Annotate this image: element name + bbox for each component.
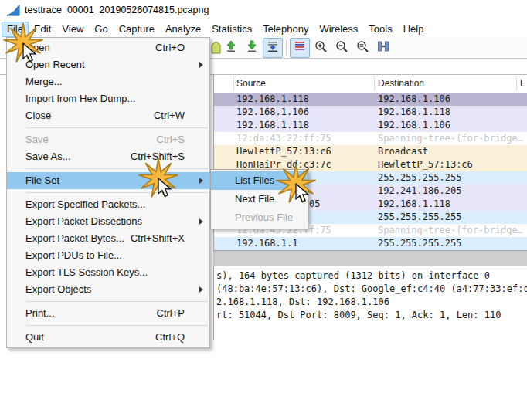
pane-splitter[interactable]	[213, 250, 527, 266]
detail-line[interactable]: 2.168.1.118, Dst: 192.168.1.106	[214, 296, 527, 309]
packet-source: 12:da:43:22:ff:75	[236, 132, 332, 145]
file-menu-item-file-set[interactable]: File Set	[7, 172, 209, 189]
file-menu-item-open[interactable]: OpenCtrl+O	[7, 39, 209, 56]
menu-item-label: Print...	[26, 307, 55, 319]
packet-destination: Spanning-tree-(for-bridge…	[378, 132, 523, 145]
column-separator[interactable]	[516, 76, 517, 91]
window-title: testtrace_00001_20190526074815.pcapng	[25, 5, 209, 15]
menu-item-label: Export Objects	[26, 283, 91, 295]
column-header-source[interactable]: Source	[236, 78, 266, 89]
menu-separator	[26, 192, 208, 193]
packet-destination: Spanning-tree-(for-bridge…	[378, 224, 523, 237]
menubar-item-file[interactable]: File	[2, 22, 29, 37]
packet-row[interactable]: 192.168.1.1255.255.255.255	[214, 237, 527, 250]
menu-item-label: Export TLS Session Keys...	[26, 266, 148, 278]
file-menu-item-close[interactable]: CloseCtrl+W	[7, 107, 209, 124]
menubar-item-tools[interactable]: Tools	[363, 22, 397, 37]
detail-line[interactable]: (48:ba:4e:57:13:c6), Dst: Google_ef:c4:4…	[214, 283, 527, 296]
clipped-toolbar-icon[interactable]	[211, 40, 222, 56]
menu-item-label: Export Packet Bytes...	[26, 232, 124, 244]
submenu-item-list-files[interactable]: List Files	[211, 171, 308, 190]
menu-separator	[26, 325, 208, 326]
packet-row[interactable]: 192.168.1.106192.168.1.118	[214, 106, 527, 119]
packet-row[interactable]: 12:da:43:22:ff:75Spanning-tree-(for-brid…	[214, 132, 527, 145]
menu-item-label: Open	[26, 42, 50, 53]
menubar-item-help[interactable]: Help	[398, 22, 430, 37]
packet-row[interactable]: 192.168.1.118192.168.1.106	[214, 119, 527, 132]
colorize-packets-button[interactable]	[290, 38, 310, 58]
menubar-item-capture[interactable]: Capture	[114, 22, 160, 37]
file-menu-item-open-recent[interactable]: Open Recent	[7, 56, 209, 73]
file-menu-item-import-from-hex-dump[interactable]: Import from Hex Dump...	[7, 90, 209, 107]
column-header-destination[interactable]: Destination	[378, 78, 424, 89]
zoom-out-button[interactable]	[332, 38, 352, 58]
menu-separator	[26, 301, 208, 302]
go-first-packet-button[interactable]	[221, 38, 241, 58]
column-header-length[interactable]: L	[520, 78, 525, 89]
menubar-item-wireless[interactable]: Wireless	[314, 22, 363, 37]
menu-item-label: Save As...	[26, 151, 71, 162]
resize-columns-icon	[377, 40, 389, 56]
submenu-arrow-icon	[199, 286, 203, 293]
menu-item-label: Export Specified Packets...	[26, 198, 145, 210]
submenu-item-next-file[interactable]: Next File	[211, 190, 308, 208]
zoom-reset-icon	[356, 40, 369, 56]
packet-destination: 192.168.1.118	[378, 198, 450, 211]
file-menu-popup: OpenCtrl+OOpen RecentMerge...Import from…	[6, 37, 210, 348]
packet-row[interactable]: 192.168.1.118192.168.1.106	[214, 93, 527, 106]
packet-source: 192.168.1.1	[236, 237, 298, 250]
packet-destination: Broadcast	[378, 145, 428, 158]
submenu-arrow-icon	[199, 178, 203, 184]
colorize-icon	[294, 40, 306, 56]
menu-item-label: Import from Hex Dump...	[26, 93, 135, 104]
menubar-item-edit[interactable]: Edit	[29, 22, 56, 37]
zoom-100-button[interactable]	[352, 38, 372, 58]
autoscroll-icon	[267, 40, 279, 56]
packet-list-header: Source Destination L	[214, 75, 527, 93]
arrow-down-bar-icon	[246, 40, 258, 56]
detail-line[interactable]: rt: 51044, Dst Port: 8009, Seq: 1, Ack: …	[214, 309, 527, 322]
resize-columns-button[interactable]	[373, 38, 393, 58]
menubar-item-analyze[interactable]: Analyze	[160, 22, 206, 37]
menubar-item-go[interactable]: Go	[89, 22, 113, 37]
menu-item-label: Close	[26, 110, 51, 121]
toolbar-buttons	[221, 39, 393, 57]
menu-item-label: Export PDUs to File...	[26, 249, 122, 261]
menubar-item-statistics[interactable]: Statistics	[206, 22, 257, 37]
file-menu-item-export-tls-session-keys[interactable]: Export TLS Session Keys...	[7, 264, 209, 281]
menu-item-label: Quit	[26, 331, 44, 343]
packet-destination: HewlettP_57:13:c6	[378, 158, 473, 171]
wireshark-window: testtrace_00001_20190526074815.pcapng Fi…	[0, 0, 527, 420]
menubar-item-view[interactable]: View	[56, 22, 89, 37]
file-menu-item-export-pdus-to-file[interactable]: Export PDUs to File...	[7, 247, 209, 264]
packet-destination: 255.255.255.255	[378, 211, 461, 224]
packet-destination: 255.255.255.255	[378, 171, 461, 185]
file-menu-item-merge[interactable]: Merge...	[7, 73, 209, 90]
column-separator[interactable]	[233, 76, 234, 91]
file-menu-item-export-objects[interactable]: Export Objects	[7, 281, 209, 298]
menu-bar: FileEditViewGoCaptureAnalyzeStatisticsTe…	[0, 22, 527, 37]
file-menu-item-quit[interactable]: QuitCtrl+Q	[7, 329, 209, 346]
packet-source: 192.168.1.118	[236, 119, 309, 132]
menubar-item-telephony[interactable]: Telephony	[257, 22, 314, 37]
menu-item-shortcut: Ctrl+O	[155, 39, 185, 56]
detail-line[interactable]: s), 164 bytes captured (1312 bits) on in…	[214, 269, 527, 283]
go-last-packet-button[interactable]	[242, 38, 262, 58]
column-separator[interactable]	[374, 76, 375, 91]
file-set-submenu-popup: List FilesNext FilePrevious File	[210, 169, 308, 229]
menu-item-shortcut: Ctrl+Q	[155, 329, 185, 346]
menu-item-label: Open Recent	[26, 59, 85, 70]
zoom-in-icon	[314, 40, 328, 56]
menu-item-label: Save	[26, 134, 49, 145]
auto-scroll-live-button[interactable]	[263, 38, 283, 58]
file-menu-item-print[interactable]: Print...Ctrl+P	[7, 305, 209, 322]
packet-destination: 192.168.1.106	[378, 119, 450, 132]
packet-row[interactable]: HewlettP_57:13:c6Broadcast	[214, 145, 527, 158]
file-menu-item-export-specified-packets[interactable]: Export Specified Packets...	[7, 196, 209, 213]
file-menu-item-export-packet-dissections[interactable]: Export Packet Dissections	[7, 213, 209, 230]
file-menu-item-export-packet-bytes[interactable]: Export Packet Bytes...Ctrl+Shift+X	[7, 230, 209, 247]
menu-item-shortcut: Ctrl+Shift+S	[131, 148, 185, 165]
menu-item-label: Merge...	[26, 76, 63, 87]
file-menu-item-save-as[interactable]: Save As...Ctrl+Shift+S	[7, 148, 209, 165]
zoom-in-button[interactable]	[311, 38, 331, 58]
